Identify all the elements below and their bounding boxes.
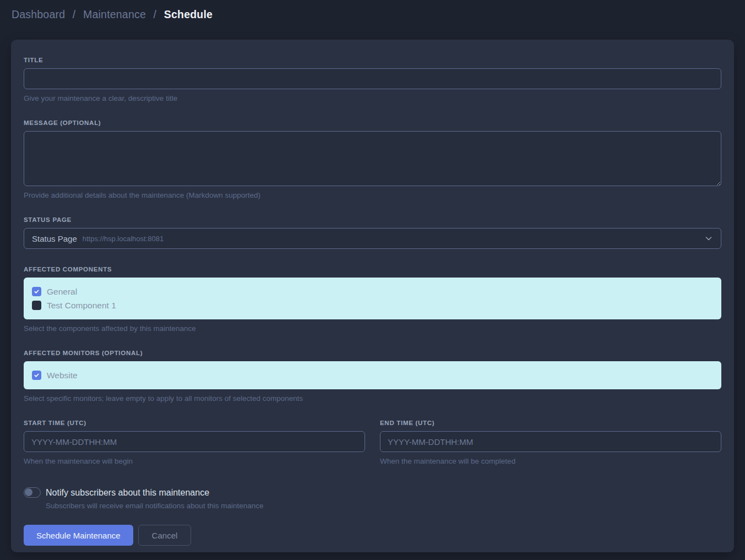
affected-monitors-label: AFFECTED MONITORS (OPTIONAL) xyxy=(24,350,721,356)
end-time-input[interactable] xyxy=(380,431,721,452)
schedule-maintenance-button[interactable]: Schedule Maintenance xyxy=(24,525,133,546)
cancel-button[interactable]: Cancel xyxy=(138,525,192,546)
affected-monitors-panel: Website xyxy=(24,361,721,389)
status-page-field-group: STATUS PAGE Status Page https://hsp.loca… xyxy=(24,216,721,249)
title-label: TITLE xyxy=(24,57,721,63)
notify-toggle-label: Notify subscribers about this maintenanc… xyxy=(46,488,209,498)
end-time-label: END TIME (UTC) xyxy=(380,420,721,426)
notify-toggle-section: Notify subscribers about this maintenanc… xyxy=(24,487,721,510)
monitor-checkbox-row-website[interactable]: Website xyxy=(32,368,713,382)
component-label-general: General xyxy=(47,287,77,297)
start-time-label: START TIME (UTC) xyxy=(24,420,365,426)
chevron-down-icon xyxy=(704,234,713,243)
breadcrumb-dashboard[interactable]: Dashboard xyxy=(12,8,65,20)
affected-components-field-group: AFFECTED COMPONENTS General Test Compone… xyxy=(24,266,721,333)
toggle-knob xyxy=(25,488,32,496)
message-label: MESSAGE (OPTIONAL) xyxy=(24,119,721,126)
end-time-field-group: END TIME (UTC) When the maintenance will… xyxy=(380,420,721,465)
affected-components-helper: Select the components affected by this m… xyxy=(24,324,721,333)
checkbox-checked-icon[interactable] xyxy=(32,287,41,296)
form-actions: Schedule Maintenance Cancel xyxy=(24,525,721,546)
checkbox-checked-icon[interactable] xyxy=(32,371,41,380)
title-field-group: TITLE Give your maintenance a clear, des… xyxy=(24,57,721,102)
title-input[interactable] xyxy=(24,68,721,89)
breadcrumb-maintenance[interactable]: Maintenance xyxy=(83,8,146,20)
status-page-selected-name: Status Page xyxy=(32,234,77,243)
breadcrumb-separator: / xyxy=(73,8,76,20)
schedule-maintenance-form-card: TITLE Give your maintenance a clear, des… xyxy=(11,40,734,552)
notify-toggle-switch-off[interactable] xyxy=(24,487,41,498)
affected-monitors-helper: Select specific monitors; leave empty to… xyxy=(24,394,721,403)
notify-toggle-row[interactable]: Notify subscribers about this maintenanc… xyxy=(24,487,721,498)
status-page-select[interactable]: Status Page https://hsp.localhost:8081 xyxy=(24,228,721,249)
component-checkbox-row-test-component-1[interactable]: Test Component 1 xyxy=(32,298,713,312)
title-helper: Give your maintenance a clear, descripti… xyxy=(24,94,721,102)
message-textarea[interactable] xyxy=(24,131,721,186)
start-time-field-group: START TIME (UTC) When the maintenance wi… xyxy=(24,420,365,465)
message-helper: Provide additional details about the mai… xyxy=(24,191,721,199)
message-field-group: MESSAGE (OPTIONAL) Provide additional de… xyxy=(24,119,721,199)
checkbox-unchecked-icon[interactable] xyxy=(32,301,41,310)
component-label-test-component-1: Test Component 1 xyxy=(47,301,116,311)
breadcrumb-current-schedule: Schedule xyxy=(164,8,213,20)
breadcrumb: Dashboard / Maintenance / Schedule xyxy=(0,0,745,29)
status-page-selected-url: https://hsp.localhost:8081 xyxy=(83,235,164,243)
affected-components-panel: General Test Component 1 xyxy=(24,278,721,319)
monitor-label-website: Website xyxy=(47,371,78,380)
time-fields-row: START TIME (UTC) When the maintenance wi… xyxy=(24,420,721,465)
start-time-input[interactable] xyxy=(24,431,365,452)
status-page-label: STATUS PAGE xyxy=(24,216,721,223)
affected-components-label: AFFECTED COMPONENTS xyxy=(24,266,721,273)
start-time-helper: When the maintenance will begin xyxy=(24,457,365,465)
component-checkbox-row-general[interactable]: General xyxy=(32,285,713,298)
affected-monitors-field-group: AFFECTED MONITORS (OPTIONAL) Website Sel… xyxy=(24,350,721,403)
notify-helper: Subscribers will receive email notificat… xyxy=(46,502,721,510)
breadcrumb-separator: / xyxy=(154,8,157,20)
end-time-helper: When the maintenance will be completed xyxy=(380,457,721,465)
